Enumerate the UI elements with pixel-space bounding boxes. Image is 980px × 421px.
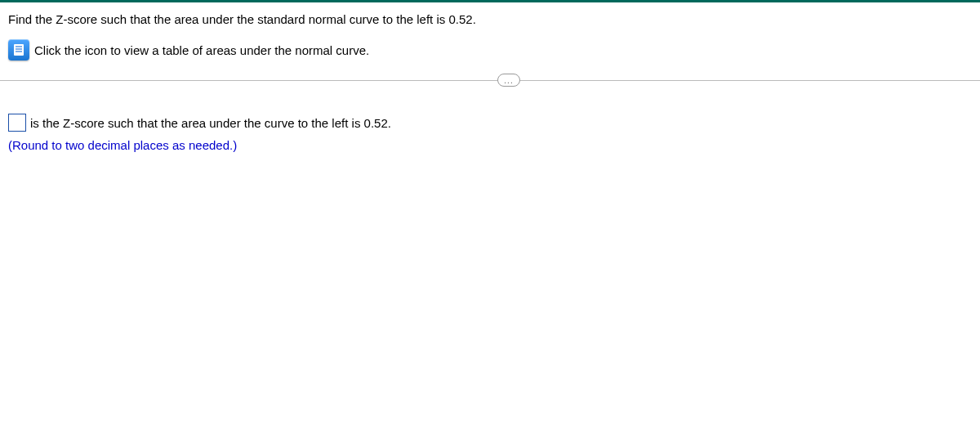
content-area: Find the Z-score such that the area unde…: [0, 2, 980, 60]
document-icon: [12, 43, 25, 56]
expand-collapse-pill[interactable]: ...: [497, 74, 520, 87]
section-divider: ...: [0, 80, 980, 81]
svg-rect-0: [14, 44, 24, 56]
answer-row: is the Z-score such that the area under …: [8, 114, 972, 132]
zscore-input[interactable]: [8, 114, 26, 132]
ellipsis-icon: ...: [504, 76, 513, 85]
answer-area: is the Z-score such that the area under …: [0, 105, 980, 154]
table-link-row: Click the icon to view a table of areas …: [8, 39, 972, 60]
table-icon[interactable]: [8, 39, 29, 60]
answer-trailing-text: is the Z-score such that the area under …: [30, 114, 391, 132]
question-prompt: Find the Z-score such that the area unde…: [8, 11, 972, 28]
divider-line: [0, 80, 980, 81]
rounding-hint: (Round to two decimal places as needed.): [8, 137, 972, 154]
table-link-text[interactable]: Click the icon to view a table of areas …: [34, 42, 369, 59]
